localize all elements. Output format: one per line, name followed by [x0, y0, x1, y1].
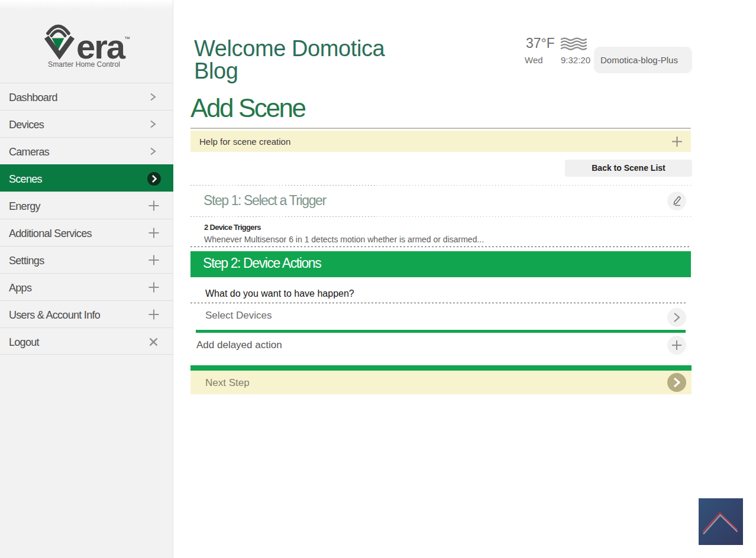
svg-text:™: ™: [124, 35, 130, 42]
svg-text:Smarter Home Control: Smarter Home Control: [48, 60, 120, 69]
